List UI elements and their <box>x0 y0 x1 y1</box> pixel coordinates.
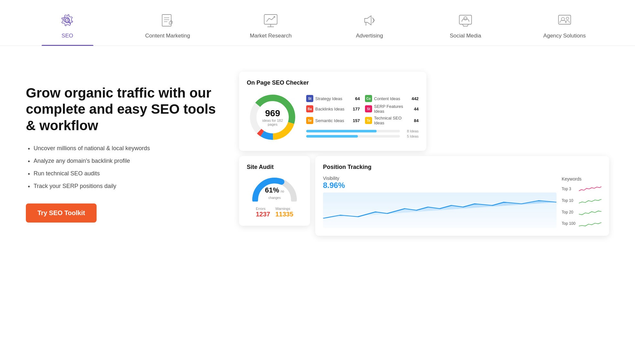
idea-badge-serp: St <box>365 105 372 112</box>
nav-label-seo: SEO <box>62 33 73 39</box>
bullet-3: Run technical SEO audits <box>34 169 220 178</box>
position-tracking-card: Position Tracking Visibility 8.96% <box>315 156 609 236</box>
idea-count-technical: 84 <box>410 118 419 123</box>
keywords-label: Keywords <box>562 176 601 182</box>
visibility-svg <box>323 192 557 228</box>
pos-body: Visibility 8.96% <box>323 176 601 228</box>
seo-checker-inner: 969 ideas for 182 pages St Strategy Idea… <box>247 91 419 143</box>
nav-item-seo[interactable]: SEO <box>42 6 93 46</box>
donut-chart: 969 ideas for 182 pages <box>247 91 298 143</box>
position-tracking-title: Position Tracking <box>323 164 601 171</box>
idea-row-content: Co Content Ideas 442 <box>365 95 419 102</box>
idea-count-content: 442 <box>410 96 419 101</box>
idea-badge-semantic: Se <box>306 117 313 124</box>
idea-badge-content: Co <box>365 95 372 102</box>
idea-badge-technical: Te <box>365 117 372 124</box>
idea-badge-strategy: St <box>306 95 313 102</box>
hero-right: On Page SEO Checker <box>239 72 609 236</box>
idea-row-technical: Te Technical SEO Ideas 84 <box>365 116 419 125</box>
nav-item-social-media[interactable]: Social Media <box>440 6 491 46</box>
idea-count-serp: 44 <box>410 107 419 111</box>
errors-label: Errors <box>256 207 270 211</box>
pb-bar-2 <box>306 135 358 138</box>
mini-chart-top10 <box>579 197 601 204</box>
visibility-val: 8.96% <box>323 181 557 190</box>
content-marketing-icon <box>158 12 177 29</box>
pos-left: Visibility 8.96% <box>323 176 557 228</box>
idea-row-semantic: Se Semantic Ideas 157 <box>306 116 360 125</box>
pb-row-2: 5 Ideas <box>306 134 419 138</box>
idea-row-strategy: St Strategy Ideas 64 <box>306 95 360 102</box>
seo-checker-card: On Page SEO Checker <box>239 72 426 151</box>
pb-bar-1 <box>306 130 377 132</box>
nav-item-advertising[interactable]: Advertising <box>344 6 395 46</box>
site-audit-title: Site Audit <box>247 164 302 171</box>
bottom-cards: Site Audit 61% no changes <box>239 156 609 236</box>
idea-count-backlinks: 177 <box>351 107 360 111</box>
keyword-row-top3: Top 3 <box>562 185 601 193</box>
mini-chart-top20 <box>579 208 601 216</box>
keyword-row-top100: Top 100 <box>562 220 601 227</box>
idea-label-technical: Technical SEO Ideas <box>374 116 408 125</box>
idea-label-serp: SERP Features Ideas <box>374 104 408 114</box>
nav-label-social-media: Social Media <box>450 33 481 39</box>
audit-content: 61% no changes Errors 1237 Warnings 1133… <box>247 176 302 218</box>
warnings-val: 11335 <box>275 211 293 218</box>
idea-row-serp: St SERP Features Ideas 44 <box>365 104 419 114</box>
semi-pct: 61% <box>265 186 279 194</box>
keyword-label-top10: Top 10 <box>562 198 576 203</box>
idea-count-semantic: 157 <box>351 118 360 123</box>
semi-center: 61% no changes <box>263 186 286 200</box>
progress-bars: 8 Ideas 5 Ideas <box>306 129 419 138</box>
ideas-section: St Strategy Ideas 64 Co Content Ideas 44… <box>306 95 419 140</box>
idea-label-semantic: Semantic Ideas <box>315 118 349 123</box>
hero-bullets: Uncover millions of national & local key… <box>26 144 220 191</box>
seo-checker-title: On Page SEO Checker <box>247 79 419 86</box>
svg-point-20 <box>566 17 569 20</box>
audit-warnings: Warnings 11335 <box>275 207 293 218</box>
idea-row-backlinks: Ba Backlinks Ideas 177 <box>306 104 360 114</box>
pos-right: Keywords Top 3 Top 10 <box>562 176 601 228</box>
pb-bar-wrap-1 <box>306 130 400 132</box>
semi-donut-wrap: 61% no changes <box>252 176 297 202</box>
pb-label-1: 8 Ideas <box>402 129 419 133</box>
cta-button[interactable]: Try SEO Toolkit <box>26 203 97 223</box>
nav-item-market-research[interactable]: Market Research <box>242 6 299 46</box>
nav-label-content-marketing: Content Marketing <box>145 33 190 39</box>
idea-label-strategy: Strategy Ideas <box>315 96 349 101</box>
svg-point-14 <box>464 17 467 20</box>
nav-label-market-research: Market Research <box>250 33 292 39</box>
agency-solutions-icon <box>555 12 574 29</box>
idea-count-strategy: 64 <box>351 96 360 101</box>
audit-errors: Errors 1237 <box>256 207 270 218</box>
keyword-row-top10: Top 10 <box>562 197 601 204</box>
audit-stats: Errors 1237 Warnings 11335 <box>256 207 293 218</box>
nav-item-agency-solutions[interactable]: Agency Solutions <box>536 6 593 46</box>
warnings-label: Warnings <box>275 207 293 211</box>
advertising-icon <box>360 12 379 29</box>
nav-label-agency-solutions: Agency Solutions <box>543 33 586 39</box>
donut-sub: ideas for 182 pages <box>260 119 286 126</box>
bullet-1: Uncover millions of national & local key… <box>34 144 220 153</box>
nav-item-content-marketing[interactable]: Content Marketing <box>138 6 198 46</box>
nav-label-advertising: Advertising <box>356 33 383 39</box>
pb-bar-wrap-2 <box>306 135 400 138</box>
visibility-chart <box>323 192 557 228</box>
keyword-label-top100: Top 100 <box>562 221 576 226</box>
donut-number: 969 <box>260 108 286 119</box>
idea-badge-backlinks: Ba <box>306 105 313 112</box>
seo-icon <box>58 12 77 29</box>
bullet-2: Analyze any domain's backlink profile <box>34 157 220 165</box>
pb-label-2: 5 Ideas <box>402 134 419 138</box>
keyword-row-top20: Top 20 <box>562 208 601 216</box>
errors-val: 1237 <box>256 211 270 218</box>
idea-label-content: Content Ideas <box>374 96 408 101</box>
mini-chart-top3 <box>579 185 601 193</box>
hero-section: Grow organic traffic with our complete a… <box>0 46 635 255</box>
mini-chart-top100 <box>579 220 601 227</box>
hero-left: Grow organic traffic with our complete a… <box>26 85 220 223</box>
visibility-label: Visibility <box>323 176 557 181</box>
keyword-label-top20: Top 20 <box>562 210 576 214</box>
keyword-label-top3: Top 3 <box>562 187 576 191</box>
bullet-4: Track your SERP positions daily <box>34 182 220 191</box>
